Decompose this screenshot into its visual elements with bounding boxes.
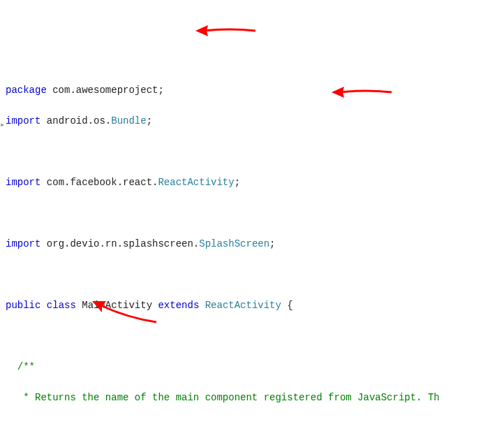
import-path: org.devio.rn.splashscreen.	[40, 238, 199, 249]
code-line: package com.awesomeproject;	[6, 82, 504, 98]
annotation-arrow-1	[194, 22, 257, 39]
javadoc-line: /**	[6, 359, 504, 374]
code-line: public class MainActivity extends ReactA…	[6, 298, 504, 313]
keyword-package: package	[6, 85, 47, 96]
keyword-class: class	[47, 300, 76, 311]
blank-line	[6, 205, 504, 221]
import-path: android.os.	[40, 115, 111, 126]
code-line: import com.facebook.react.ReactActivity;	[6, 175, 504, 190]
keyword-import: import	[6, 115, 40, 126]
superclass-name: ReactActivity	[205, 300, 281, 311]
blank-line	[6, 328, 504, 344]
code-line: import org.devio.rn.splashscreen.SplashS…	[6, 236, 504, 252]
code-editor: ▸ package com.awesomeproject; import and…	[6, 6, 504, 422]
type-name: ReactActivity	[158, 177, 234, 188]
import-path: com.facebook.react.	[40, 177, 158, 188]
keyword-public: public	[6, 300, 40, 311]
keyword-import: import	[6, 238, 40, 249]
annotation-arrow-3	[89, 297, 159, 325]
code-line: import android.os.Bundle;	[6, 113, 504, 129]
keyword-extends: extends	[158, 300, 199, 311]
javadoc-line: * Returns the name of the main component…	[6, 390, 504, 405]
package-name: com.awesomeproject;	[47, 85, 164, 96]
type-name: Bundle	[111, 115, 146, 126]
blank-line	[6, 267, 504, 282]
type-name: SplashScreen	[199, 238, 269, 249]
blank-line	[6, 144, 504, 159]
keyword-import: import	[6, 177, 40, 188]
fold-marker: ▸	[0, 117, 5, 133]
annotation-arrow-2	[330, 84, 393, 101]
